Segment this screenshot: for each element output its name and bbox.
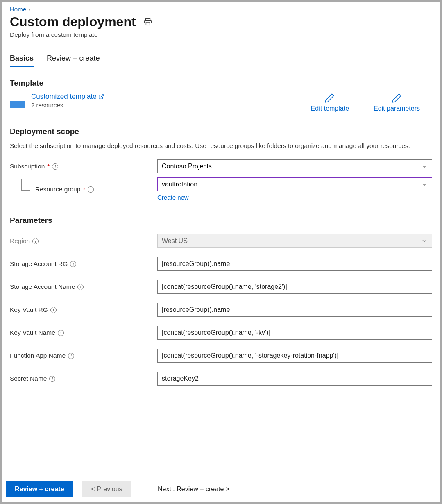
key-vault-name-row: Key Vault Name i xyxy=(10,326,432,340)
subscription-row: Subscription * i Contoso Projects xyxy=(10,159,432,173)
storage-account-rg-row: Storage Account RG i xyxy=(10,257,432,271)
info-icon[interactable]: i xyxy=(49,376,55,382)
resource-group-value: vaultrotation xyxy=(162,181,197,188)
tab-review[interactable]: Review + create xyxy=(47,54,100,67)
info-icon[interactable]: i xyxy=(52,163,58,170)
chevron-down-icon xyxy=(421,238,428,244)
storage-account-name-row: Storage Account Name i xyxy=(10,280,432,294)
edit-parameters-label: Edit parameters xyxy=(374,105,420,112)
function-app-name-label: Function App Name xyxy=(10,352,66,359)
svg-rect-0 xyxy=(145,18,150,20)
pencil-icon xyxy=(392,93,402,103)
storage-account-name-label: Storage Account Name xyxy=(10,283,75,291)
print-icon[interactable] xyxy=(143,18,152,27)
region-value: West US xyxy=(162,237,188,245)
breadcrumb: Home › xyxy=(10,6,432,13)
secret-name-label-col: Secret Name i xyxy=(10,375,157,382)
breadcrumb-home-link[interactable]: Home xyxy=(10,6,26,13)
page: Home › Custom deployment Deploy from a c… xyxy=(2,2,440,502)
region-label: Region xyxy=(10,237,30,245)
region-row: Region i West US xyxy=(10,234,432,248)
resource-group-label: Resource group xyxy=(35,186,80,193)
customized-template-label: Customized template xyxy=(31,93,97,101)
content-area: Home › Custom deployment Deploy from a c… xyxy=(2,2,440,476)
info-icon[interactable]: i xyxy=(58,330,64,336)
chevron-right-icon: › xyxy=(29,6,30,12)
customized-template-link[interactable]: Customized template xyxy=(31,93,104,101)
review-create-button[interactable]: Review + create xyxy=(6,481,73,497)
template-edit-actions: Edit template Edit parameters xyxy=(311,93,432,112)
function-app-name-input[interactable] xyxy=(157,349,432,363)
tab-basics[interactable]: Basics xyxy=(10,54,34,67)
storage-account-name-label-col: Storage Account Name i xyxy=(10,283,157,291)
edit-parameters-button[interactable]: Edit parameters xyxy=(374,93,420,112)
storage-account-rg-label-col: Storage Account RG i xyxy=(10,260,157,268)
info-icon[interactable]: i xyxy=(32,238,39,244)
storage-account-rg-input[interactable] xyxy=(157,257,432,271)
region-label-col: Region i xyxy=(10,237,157,245)
region-select: West US xyxy=(157,234,432,248)
edit-template-button[interactable]: Edit template xyxy=(311,93,349,112)
info-icon[interactable]: i xyxy=(70,261,76,267)
key-vault-name-label: Key Vault Name xyxy=(10,329,55,336)
template-row: Customized template 2 resources Edit tem… xyxy=(10,93,432,112)
subscription-select[interactable]: Contoso Projects xyxy=(157,159,432,173)
info-icon[interactable]: i xyxy=(88,186,94,193)
template-section-title: Template xyxy=(10,79,432,88)
scope-description: Select the subscription to manage deploy… xyxy=(10,141,432,150)
tab-bar: Basics Review + create xyxy=(10,54,432,67)
secret-name-input[interactable] xyxy=(157,372,432,386)
edit-template-label: Edit template xyxy=(311,105,349,112)
key-vault-rg-row: Key Vault RG i xyxy=(10,303,432,317)
next-button[interactable]: Next : Review + create > xyxy=(141,481,247,497)
key-vault-name-input[interactable] xyxy=(157,326,432,340)
function-app-name-label-col: Function App Name i xyxy=(10,352,157,359)
scope-section-title: Deployment scope xyxy=(10,127,432,136)
page-title: Custom deployment xyxy=(10,14,136,30)
external-link-icon xyxy=(98,94,104,100)
subscription-field: Contoso Projects xyxy=(157,159,432,173)
resource-group-row: Resource group * i vaultrotation Create … xyxy=(10,177,432,201)
template-icon xyxy=(10,93,25,108)
required-asterisk: * xyxy=(47,163,50,170)
key-vault-rg-label: Key Vault RG xyxy=(10,306,48,313)
subscription-label-col: Subscription * i xyxy=(10,163,157,170)
chevron-down-icon xyxy=(421,163,428,170)
required-asterisk: * xyxy=(83,186,85,193)
parameters-section-title: Parameters xyxy=(10,216,432,225)
template-summary: Customized template 2 resources xyxy=(10,93,104,109)
info-icon[interactable]: i xyxy=(77,284,84,290)
chevron-down-icon xyxy=(421,181,428,188)
secret-name-row: Secret Name i xyxy=(10,372,432,386)
key-vault-rg-label-col: Key Vault RG i xyxy=(10,306,157,313)
resource-group-select[interactable]: vaultrotation xyxy=(157,177,432,191)
page-subtitle: Deploy from a custom template xyxy=(10,31,432,39)
function-app-name-row: Function App Name i xyxy=(10,349,432,363)
svg-line-2 xyxy=(101,95,103,97)
pencil-icon xyxy=(324,93,335,103)
info-icon[interactable]: i xyxy=(68,353,74,359)
resource-group-label-col: Resource group * i xyxy=(10,186,157,193)
resource-group-field: vaultrotation Create new xyxy=(157,177,432,201)
storage-account-rg-label: Storage Account RG xyxy=(10,260,68,268)
template-text-block: Customized template 2 resources xyxy=(31,93,104,109)
page-header: Custom deployment xyxy=(10,14,432,30)
subscription-label: Subscription xyxy=(10,163,45,170)
secret-name-label: Secret Name xyxy=(10,375,47,382)
template-resource-count: 2 resources xyxy=(31,102,104,109)
create-new-link[interactable]: Create new xyxy=(157,194,189,201)
key-vault-name-label-col: Key Vault Name i xyxy=(10,329,157,336)
footer: Review + create < Previous Next : Review… xyxy=(2,476,440,502)
subscription-value: Contoso Projects xyxy=(162,163,212,170)
key-vault-rg-input[interactable] xyxy=(157,303,432,317)
previous-button[interactable]: < Previous xyxy=(82,481,131,497)
svg-rect-1 xyxy=(146,22,150,25)
info-icon[interactable]: i xyxy=(50,307,57,313)
tree-connector-icon xyxy=(21,179,30,191)
storage-account-name-input[interactable] xyxy=(157,280,432,294)
